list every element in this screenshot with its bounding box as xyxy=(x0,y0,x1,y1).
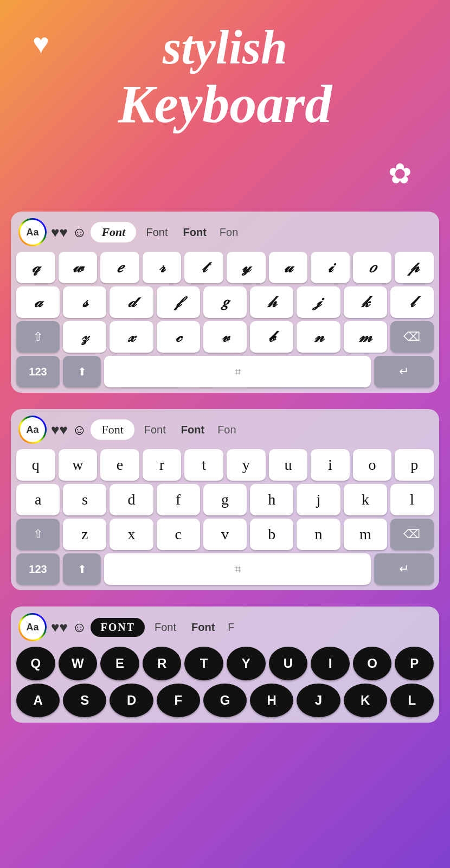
key3-o[interactable]: O xyxy=(353,647,392,680)
kb1-font2-btn[interactable]: Font xyxy=(140,223,173,242)
kb1-share-key[interactable]: ⬆ xyxy=(63,356,101,387)
key2-b[interactable]: b xyxy=(250,519,293,550)
key-l[interactable]: 𝓁 xyxy=(390,286,434,318)
key2-u[interactable]: u xyxy=(269,449,308,481)
kb1-aa-button[interactable]: Aa xyxy=(18,218,47,246)
key2-l[interactable]: l xyxy=(390,484,434,515)
key3-i[interactable]: I xyxy=(311,647,350,680)
key3-u[interactable]: U xyxy=(269,647,308,680)
key2-d[interactable]: d xyxy=(110,484,153,515)
key3-h[interactable]: H xyxy=(250,684,293,717)
kb1-font-active-btn[interactable]: Font xyxy=(91,222,136,242)
kb1-space-key[interactable]: ⌗ xyxy=(104,356,371,387)
key3-q[interactable]: Q xyxy=(16,647,55,680)
key3-l[interactable]: L xyxy=(390,684,434,717)
kb3-font4-btn[interactable]: F xyxy=(224,618,237,637)
kb3-font3-btn[interactable]: Font xyxy=(186,618,220,637)
key-e[interactable]: 𝑒 xyxy=(100,252,139,283)
key2-r[interactable]: r xyxy=(143,449,182,481)
key2-o[interactable]: o xyxy=(353,449,392,481)
key-r[interactable]: 𝓇 xyxy=(143,252,182,283)
key-j[interactable]: 𝒿 xyxy=(297,286,340,318)
kb3-emoji-icon[interactable]: ☺ xyxy=(72,619,87,636)
key3-a[interactable]: A xyxy=(16,684,60,717)
kb2-share-key[interactable]: ⬆ xyxy=(63,553,101,585)
kb2-num-key[interactable]: 123 xyxy=(16,553,60,585)
kb1-hearts-icon[interactable]: ♥♥ xyxy=(51,224,68,241)
key2-w[interactable]: w xyxy=(59,449,98,481)
key-k[interactable]: 𝓀 xyxy=(344,286,387,318)
kb1-shift-key[interactable]: ⇧ xyxy=(16,321,60,353)
key2-v[interactable]: v xyxy=(203,519,247,550)
key2-q[interactable]: q xyxy=(16,449,55,481)
key-y[interactable]: 𝓎 xyxy=(227,252,266,283)
key2-x[interactable]: x xyxy=(110,519,153,550)
kb1-emoji-icon[interactable]: ☺ xyxy=(72,224,87,241)
key2-e[interactable]: e xyxy=(100,449,139,481)
kb2-hearts-icon[interactable]: ♥♥ xyxy=(51,422,68,438)
key-v[interactable]: 𝓋 xyxy=(203,321,247,353)
key3-g[interactable]: G xyxy=(203,684,247,717)
kb1-enter-key[interactable]: ↵ xyxy=(374,356,434,387)
key2-t[interactable]: t xyxy=(184,449,223,481)
kb2-font-active-btn[interactable]: Font xyxy=(91,419,134,440)
kb3-font2-btn[interactable]: Font xyxy=(149,618,182,637)
key3-w[interactable]: W xyxy=(59,647,98,680)
key2-a[interactable]: a xyxy=(16,484,60,515)
key-z[interactable]: 𝓏 xyxy=(63,321,106,353)
key-m[interactable]: 𝓂 xyxy=(344,321,387,353)
key3-t[interactable]: T xyxy=(184,647,223,680)
key-o[interactable]: 𝑜 xyxy=(353,252,392,283)
key3-s[interactable]: S xyxy=(63,684,106,717)
key3-p[interactable]: P xyxy=(395,647,434,680)
key-h[interactable]: 𝒽 xyxy=(250,286,293,318)
key3-r[interactable]: R xyxy=(143,647,182,680)
key3-y[interactable]: Y xyxy=(227,647,266,680)
kb3-hearts-icon[interactable]: ♥♥ xyxy=(51,619,68,636)
kb1-font3-btn[interactable]: Font xyxy=(177,223,211,242)
kb2-space-key[interactable]: ⌗ xyxy=(104,553,371,585)
key3-f[interactable]: F xyxy=(157,684,200,717)
key-c[interactable]: 𝒸 xyxy=(157,321,200,353)
key-p[interactable]: 𝓅 xyxy=(395,252,434,283)
key2-m[interactable]: m xyxy=(344,519,387,550)
key2-z[interactable]: z xyxy=(63,519,106,550)
key2-k[interactable]: k xyxy=(344,484,387,515)
key-s[interactable]: 𝓈 xyxy=(63,286,106,318)
key-n[interactable]: 𝓃 xyxy=(297,321,340,353)
key3-e[interactable]: E xyxy=(100,647,139,680)
key-g[interactable]: 𝑔 xyxy=(203,286,247,318)
kb2-emoji-icon[interactable]: ☺ xyxy=(72,422,87,438)
key2-g[interactable]: g xyxy=(203,484,247,515)
kb2-font4-btn[interactable]: Fon xyxy=(214,420,239,439)
key2-n[interactable]: n xyxy=(297,519,340,550)
key2-s[interactable]: s xyxy=(63,484,106,515)
key2-f[interactable]: f xyxy=(157,484,200,515)
key-d[interactable]: 𝒹 xyxy=(110,286,153,318)
key3-k[interactable]: K xyxy=(344,684,387,717)
kb1-font4-btn[interactable]: Fon xyxy=(216,223,241,242)
key2-c[interactable]: c xyxy=(157,519,200,550)
key2-p[interactable]: p xyxy=(395,449,434,481)
kb2-aa-button[interactable]: Aa xyxy=(18,416,47,444)
key-x[interactable]: 𝓍 xyxy=(110,321,153,353)
key3-d[interactable]: D xyxy=(110,684,153,717)
kb1-num-key[interactable]: 123 xyxy=(16,356,60,387)
key2-y[interactable]: y xyxy=(227,449,266,481)
key-w[interactable]: 𝓌 xyxy=(59,252,98,283)
key2-h[interactable]: h xyxy=(250,484,293,515)
key-a[interactable]: 𝒶 xyxy=(16,286,60,318)
key3-j[interactable]: J xyxy=(297,684,340,717)
key-t[interactable]: 𝓉 xyxy=(184,252,223,283)
kb2-font3-btn[interactable]: Font xyxy=(176,420,210,439)
key2-j[interactable]: j xyxy=(297,484,340,515)
kb1-del-key[interactable]: ⌫ xyxy=(390,321,434,353)
kb3-font-active-btn[interactable]: FONT xyxy=(91,618,145,637)
key2-i[interactable]: i xyxy=(311,449,350,481)
key-u[interactable]: 𝓊 xyxy=(269,252,308,283)
kb2-del-key[interactable]: ⌫ xyxy=(390,519,434,550)
kb2-enter-key[interactable]: ↵ xyxy=(374,553,434,585)
kb3-aa-button[interactable]: Aa xyxy=(18,613,47,641)
key-f[interactable]: 𝒻 xyxy=(157,286,200,318)
key-i[interactable]: 𝒾 xyxy=(311,252,350,283)
